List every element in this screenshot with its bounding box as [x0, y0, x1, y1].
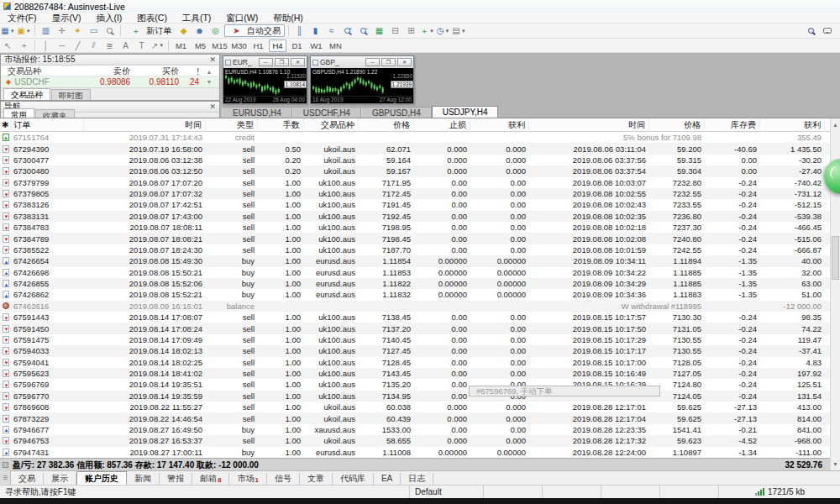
restore-icon[interactable]: ❐ — [381, 58, 396, 66]
scroll-down-icon[interactable]: ▼ — [831, 459, 840, 470]
timeframe-mn[interactable]: MN — [327, 39, 344, 52]
vertical-line-tool[interactable]: │ — [39, 39, 53, 52]
timeframe-h4[interactable]: H4 — [269, 39, 286, 52]
restore-icon[interactable]: ❐ — [275, 58, 289, 66]
close-icon[interactable]: ✕ — [209, 55, 216, 64]
table-row[interactable]: ▼675956232019.08.14 18:41:02sell1.00uk10… — [0, 368, 830, 379]
table-row[interactable]: ▼672943902019.07.19 16:58:00sell0.50ukoi… — [0, 143, 830, 154]
table-row[interactable]: ▼675967692019.08.14 19:35:51sell1.00uk10… — [0, 379, 830, 390]
market-watch-row[interactable]: ◆USDCHF 0.98086 0.98110 24 ▼ — [1, 76, 219, 87]
timeframe-w1[interactable]: W1 — [307, 39, 325, 52]
arrows-tool[interactable]: ↗▼ — [150, 39, 165, 52]
table-row[interactable]: ▼678732292019.08.22 14:46:54sell1.00ukoi… — [0, 412, 830, 423]
table-row[interactable]: ▼673831312019.08.07 17:43:00sell1.00uk10… — [0, 211, 830, 222]
terminal-tab-代码库[interactable]: 代码库 — [333, 473, 374, 485]
table-row[interactable]: ▲679466772019.08.27 16:49:50buy1.00xauus… — [0, 424, 830, 435]
profile-selector[interactable]: Default — [410, 486, 484, 499]
terminal-tab-市场[interactable]: 市场1 — [229, 473, 266, 485]
table-row[interactable]: ▲674268552019.08.08 15:52:06buy1.00eurus… — [0, 278, 830, 289]
crosshair-tool[interactable]: ＋ — [17, 39, 31, 52]
chart-window-titlebar[interactable]: EUR_ ─ ❐ ✕ — [223, 56, 307, 68]
collapse-icon[interactable] — [3, 462, 8, 468]
periods-button[interactable]: ◷▼ — [436, 24, 450, 37]
terminal-tab-交易[interactable]: 交易 — [11, 473, 44, 485]
label-tool[interactable]: T — [134, 39, 149, 52]
scroll-up-icon[interactable]: ▲ — [199, 69, 219, 75]
table-row[interactable]: ▲674266542019.08.08 15:49:30buy1.00eurus… — [0, 255, 830, 266]
table-row[interactable]: 674626162019.08.09 16:16:01balanceW with… — [0, 301, 830, 312]
chart-area[interactable]: GBPUSD,H4 1.21890 1.22 1.22850 1.21939 1… — [311, 68, 413, 103]
chat-icon[interactable] — [820, 24, 834, 37]
navigator-toggle[interactable]: ✦ — [71, 24, 85, 37]
table-row[interactable]: ▲671517642019.07.31 17:14:43credit5% bon… — [0, 132, 830, 143]
menu-item-i[interactable]: 插入(I) — [88, 13, 129, 24]
chart-tab-gbpusd[interactable]: GBPUSD,H4 — [361, 107, 432, 118]
table-row[interactable]: ▼673847832019.08.07 18:08:11sell1.00uk10… — [0, 222, 830, 233]
timeframe-m30[interactable]: M30 — [230, 39, 248, 52]
tile-windows-button[interactable]: ▦ — [372, 24, 386, 37]
tile-horizontal-button[interactable]: ⊟ — [388, 24, 402, 37]
menu-item-v[interactable]: 显示(V) — [44, 13, 88, 24]
table-row[interactable]: ▼673797992019.08.07 17:07:20sell1.00uk10… — [0, 177, 830, 188]
metaeditor-button[interactable]: ◆ — [176, 24, 191, 37]
terminal-tab-EA[interactable]: EA — [374, 473, 401, 485]
line-chart-button[interactable]: ≈ — [324, 24, 339, 37]
tab-tick-chart[interactable]: 即时图 — [51, 89, 91, 100]
terminal-tab-展示[interactable]: 展示 — [44, 473, 76, 485]
terminal-tab-邮箱[interactable]: 邮箱8 — [192, 473, 229, 485]
terminal-toggle[interactable]: ▭ — [87, 24, 101, 37]
new-chart-button[interactable]: ▦▼ — [1, 24, 15, 37]
terminal-tab-信号[interactable]: 信号 — [267, 473, 300, 485]
terminal-tab-日志[interactable]: 日志 — [401, 473, 433, 485]
market-globe-button[interactable]: ◎ — [208, 24, 223, 37]
chart-tab-usdjpy[interactable]: USDJPY,H4 — [432, 106, 499, 118]
table-row[interactable]: ▲674266982019.08.08 15:50:21buy1.00eurus… — [0, 267, 830, 278]
table-row[interactable]: ▼673004802019.08.06 03:12:50sell0.20ukoi… — [0, 165, 830, 176]
table-row[interactable]: ▼673004772019.08.06 03:12:38sell0.20ukoi… — [0, 155, 830, 165]
zoom-out-button[interactable]: − — [356, 24, 370, 37]
menu-item-w[interactable]: 窗口(W) — [218, 13, 265, 24]
channel-tool[interactable]: ⫽ — [87, 39, 101, 52]
profiles-button[interactable]: ▣▼ — [17, 24, 31, 37]
zoom-in-button[interactable]: + — [340, 24, 354, 37]
fibonacci-tool[interactable]: ≣ — [102, 39, 117, 52]
tab-symbols[interactable]: 交易品种 — [3, 88, 50, 100]
chart-tab-eurusd[interactable]: EURUSD,H4 — [222, 107, 292, 118]
table-row[interactable]: ▼675914502019.08.14 17:08:24sell1.00uk10… — [0, 323, 830, 333]
scroll-up-icon[interactable]: ▲ — [831, 119, 840, 131]
table-row[interactable]: ▼673831262019.08.07 17:42:51sell1.00uk10… — [0, 199, 830, 210]
table-row[interactable]: ▼673855222019.08.07 18:24:30sell1.00uk10… — [0, 244, 830, 255]
scrollbar-thumb[interactable] — [832, 236, 839, 280]
bar-chart-button[interactable]: ║ — [292, 24, 307, 37]
menu-item-t[interactable]: 工具(T) — [175, 13, 218, 24]
table-row[interactable]: ▼675940332019.08.14 18:02:13sell1.00uk10… — [0, 345, 830, 356]
table-row[interactable]: ▼673847892019.08.07 18:08:21sell1.00uk10… — [0, 233, 830, 244]
close-icon[interactable]: ✕ — [209, 102, 216, 111]
table-row[interactable]: ▲679474312019.08.27 17:00:11buy1.00eurus… — [0, 447, 830, 458]
horizontal-line-tool[interactable]: ─ — [55, 39, 69, 52]
minimize-icon[interactable]: ─ — [259, 58, 273, 66]
search-icon[interactable] — [804, 24, 818, 37]
trendline-tool[interactable]: ╱ — [71, 39, 85, 52]
candlestick-chart-button[interactable]: ▮ — [308, 24, 323, 37]
templates-button[interactable]: ▤▼ — [452, 24, 466, 37]
chart-window-titlebar[interactable]: GBP_ ─ ❐ ✕ — [311, 56, 413, 68]
close-icon[interactable]: ✕ — [397, 58, 412, 66]
scroll-down-icon[interactable]: ▼ — [199, 79, 219, 85]
close-icon[interactable]: ✕ — [291, 58, 305, 66]
timeframe-m5[interactable]: M5 — [192, 39, 209, 52]
terminal-tab-账户历史[interactable]: 账户历史 — [76, 471, 127, 485]
terminal-tab-文章[interactable]: 文章 — [300, 473, 333, 485]
panel-grip[interactable] — [0, 470, 11, 485]
timeframe-h1[interactable]: H1 — [249, 39, 267, 52]
terminal-tab-新闻[interactable]: 新闻 — [127, 473, 160, 485]
community-button[interactable]: ☻ — [192, 24, 207, 37]
timeframe-m15[interactable]: M15 — [211, 39, 228, 52]
table-row[interactable]: ▼679467532019.08.27 16:53:37sell1.00ukoi… — [0, 435, 830, 446]
indicators-button[interactable]: ＋▼ — [420, 24, 434, 37]
new-order-button[interactable]: ＋新订单 — [124, 24, 175, 37]
table-row[interactable]: ▼675967702019.08.14 19:35:59sell1.00uk10… — [0, 391, 830, 402]
timeframe-d1[interactable]: D1 — [288, 39, 306, 52]
chart-tab-usdchf[interactable]: USDCHF,H4 — [292, 107, 361, 118]
table-row[interactable]: ▼673798052019.08.07 17:07:32sell1.00uk10… — [0, 188, 830, 199]
